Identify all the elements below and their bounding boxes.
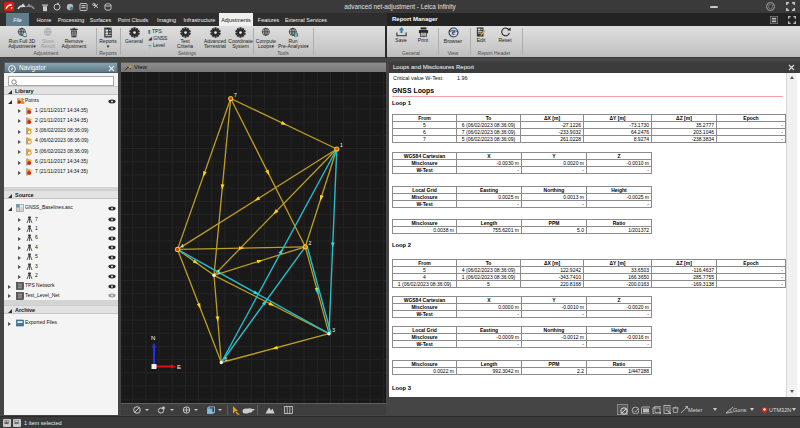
svg-text:E: E <box>177 364 181 370</box>
svg-text:e: e <box>451 28 455 37</box>
svg-text:2: 2 <box>309 240 312 246</box>
svg-text:6: 6 <box>225 356 228 362</box>
svg-text:7: 7 <box>234 92 237 98</box>
svg-text:i: i <box>295 33 296 38</box>
svg-text:3: 3 <box>332 327 335 333</box>
svg-text:5: 5 <box>217 269 220 275</box>
svg-text:⚙: ⚙ <box>23 32 27 37</box>
svg-text:1: 1 <box>340 142 343 148</box>
svg-text:4: 4 <box>181 243 184 249</box>
svg-text:N: N <box>151 335 155 341</box>
